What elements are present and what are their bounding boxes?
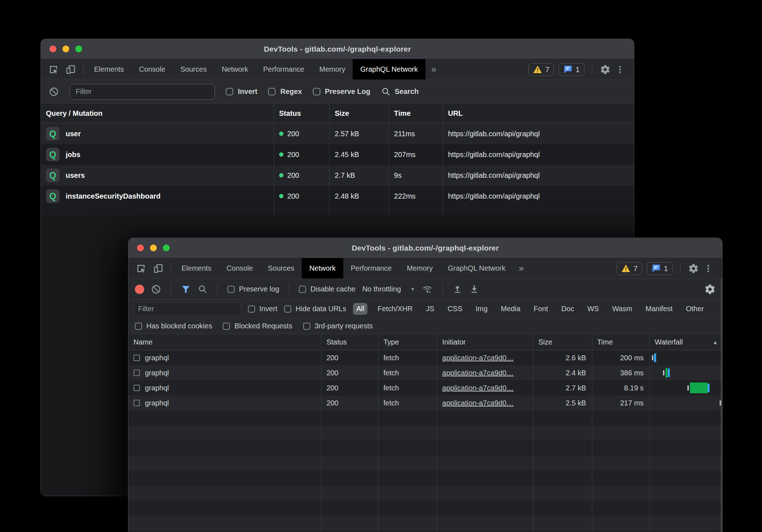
tab-graphql-network[interactable]: GraphQL Network [353,59,425,80]
tab-console[interactable]: Console [219,258,260,279]
tab-network[interactable]: Network [302,258,343,279]
issues-badge[interactable]: 1 [559,63,584,76]
titlebar[interactable]: DevTools - gitlab.com/-/graphql-explorer [128,238,722,258]
type-filter-ws[interactable]: WS [584,303,602,315]
column-header-query[interactable]: Query / Mutation [41,104,274,123]
column-header-size[interactable]: Size [330,104,389,123]
search-control[interactable]: Search [381,87,419,97]
tab-sources[interactable]: Sources [173,59,214,80]
column-header-waterfall[interactable]: Waterfall ▲ [650,334,722,350]
invert-checkbox[interactable] [226,88,233,95]
network-filter-input[interactable] [133,302,241,316]
column-header-time[interactable]: Time [389,104,443,123]
device-toolbar-icon[interactable] [153,263,164,274]
tab-console[interactable]: Console [131,59,173,80]
type-filter-doc[interactable]: Doc [558,303,578,315]
filter-input[interactable] [70,84,215,100]
clear-icon[interactable] [49,87,59,97]
network-conditions-icon[interactable] [422,284,433,294]
zoom-button[interactable] [75,46,82,52]
tab-elements[interactable]: Elements [174,258,219,279]
more-tabs-icon[interactable]: » [425,59,442,80]
column-header-url[interactable]: URL [443,104,634,123]
row-checkbox[interactable] [133,355,140,361]
invert-checkbox[interactable] [248,305,255,313]
tab-performance[interactable]: Performance [256,59,312,80]
blocked-requests-checkbox[interactable] [223,323,230,330]
preserve-log-checkbox[interactable] [227,286,235,293]
preserve-log-checkbox[interactable] [313,88,320,95]
type-filter-manifest[interactable]: Manifest [642,303,676,315]
device-toolbar-icon[interactable] [65,64,76,75]
table-row[interactable]: Q user 200 2.57 kB 211ms https://gitlab.… [41,123,634,144]
zoom-button[interactable] [163,244,170,251]
network-settings-gear-icon[interactable] [704,284,716,295]
close-button[interactable] [137,244,144,251]
initiator-link[interactable]: application-a7ca9d0… [442,354,514,362]
column-header-name[interactable]: Name [128,334,321,350]
column-header-status[interactable]: Status [274,104,330,123]
initiator-link[interactable]: application-a7ca9d0… [442,369,514,377]
column-header-initiator[interactable]: Initiator [437,334,533,350]
table-row[interactable]: Q jobs 200 2.45 kB 207ms https://gitlab.… [41,144,634,165]
row-checkbox[interactable] [133,370,140,376]
hide-data-urls-checkbox[interactable] [284,305,291,313]
titlebar[interactable]: DevTools - gitlab.com/-/graphql-explorer [41,39,634,59]
issues-badge[interactable]: 1 [647,262,673,275]
close-button[interactable] [50,46,56,52]
type-filter-js[interactable]: JS [423,303,437,315]
column-header-type[interactable]: Type [378,334,437,350]
table-row[interactable]: graphql 200 fetch application-a7ca9d0… 2… [128,365,722,380]
column-header-size[interactable]: Size [533,334,592,350]
import-har-icon[interactable] [452,284,462,294]
type-filter-css[interactable]: CSS [445,303,466,315]
third-party-requests-checkbox[interactable] [303,323,310,330]
table-row[interactable]: Q instanceSecurityDashboard 200 2.48 kB … [41,186,634,206]
has-blocked-cookies-checkbox[interactable] [135,323,142,330]
disable-cache-checkbox[interactable] [299,286,306,293]
tab-elements[interactable]: Elements [86,59,131,80]
type-filter-img[interactable]: Img [472,303,491,315]
type-filter-font[interactable]: Font [531,303,551,315]
status-code: 200 [287,151,299,159]
search-icon[interactable] [198,284,208,294]
more-options-icon[interactable] [704,263,713,274]
tab-network[interactable]: Network [214,59,255,80]
throttling-select[interactable]: No throttling ▼ [362,285,415,293]
settings-gear-icon[interactable] [600,64,611,75]
warnings-badge[interactable]: 7 [528,63,554,76]
tab-memory[interactable]: Memory [399,258,440,279]
regex-checkbox[interactable] [268,88,276,95]
clear-icon[interactable] [151,284,161,294]
filter-funnel-icon[interactable] [181,284,191,294]
table-row[interactable]: graphql 200 fetch application-a7ca9d0… 2… [128,350,722,365]
row-checkbox[interactable] [133,385,140,391]
row-checkbox[interactable] [133,400,140,406]
minimize-button[interactable] [62,46,69,52]
table-row[interactable]: Q users 200 2.7 kB 9s https://gitlab.com… [41,165,634,186]
warnings-badge[interactable]: 7 [617,262,643,275]
column-header-status[interactable]: Status [321,334,378,350]
tab-sources[interactable]: Sources [260,258,302,279]
table-row[interactable]: graphql 200 fetch application-a7ca9d0… 2… [128,380,722,395]
type-filter-all[interactable]: All [353,303,367,315]
column-header-time[interactable]: Time [592,334,650,350]
type-filter-wasm[interactable]: Wasm [609,303,635,315]
type-filter-fetch-xhr[interactable]: Fetch/XHR [374,303,416,315]
type-filter-other[interactable]: Other [683,303,707,315]
tab-graphql-network[interactable]: GraphQL Network [440,258,513,279]
type-filter-media[interactable]: Media [498,303,523,315]
tab-memory[interactable]: Memory [312,59,353,80]
more-options-icon[interactable] [615,64,625,75]
initiator-link[interactable]: application-a7ca9d0… [442,399,514,407]
inspect-element-icon[interactable] [136,263,146,274]
inspect-element-icon[interactable] [48,64,59,75]
record-network-log-button[interactable] [135,285,144,294]
more-tabs-icon[interactable]: » [513,258,530,279]
export-har-icon[interactable] [469,284,479,294]
initiator-link[interactable]: application-a7ca9d0… [442,384,514,392]
settings-gear-icon[interactable] [688,263,699,274]
table-row[interactable]: graphql 200 fetch application-a7ca9d0… 2… [128,395,722,410]
tab-performance[interactable]: Performance [343,258,400,279]
minimize-button[interactable] [150,244,157,251]
